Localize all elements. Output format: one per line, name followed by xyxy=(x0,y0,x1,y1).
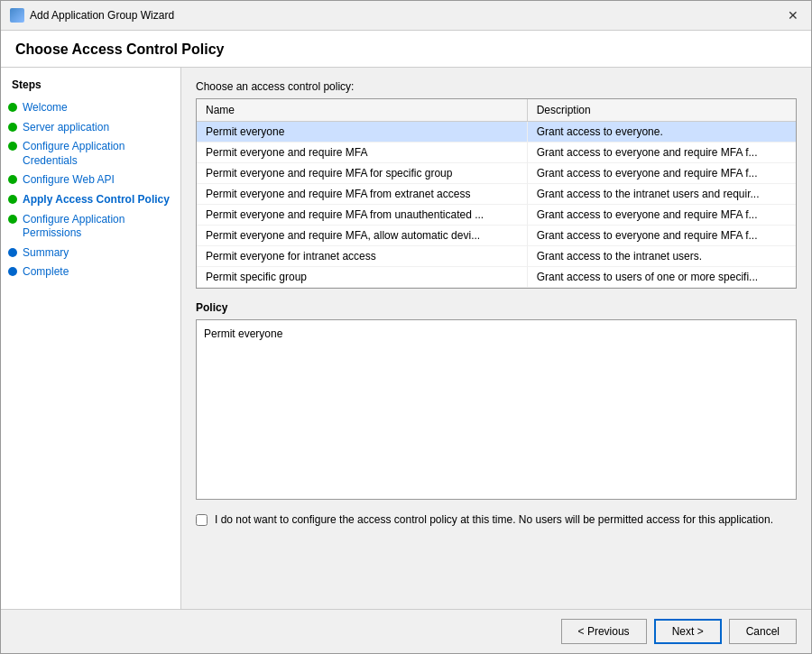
sidebar-item-label-complete: Complete xyxy=(23,265,69,280)
policy-description-cell: Grant access to the intranet users. xyxy=(527,246,796,267)
policy-section-label: Policy xyxy=(196,301,797,314)
sidebar-item-apply-access-control[interactable]: Apply Access Control Policy xyxy=(1,190,180,210)
policy-description-cell: Grant access to everyone and require MFA… xyxy=(527,143,796,163)
table-header-row: Name Description xyxy=(197,99,796,122)
title-bar-left: Add Application Group Wizard xyxy=(10,8,174,23)
policy-name-cell: Permit everyone and require MFA, allow a… xyxy=(197,226,527,246)
cancel-button[interactable]: Cancel xyxy=(729,619,797,644)
policy-table: Name Description Permit everyoneGrant ac… xyxy=(197,99,796,288)
no-policy-checkbox[interactable] xyxy=(196,514,208,526)
sidebar-heading: Steps xyxy=(1,78,180,98)
table-row[interactable]: Permit everyone for intranet accessGrant… xyxy=(197,246,796,267)
sidebar-item-server-application[interactable]: Server application xyxy=(1,118,180,138)
policy-text-box: Permit everyone xyxy=(196,319,797,500)
sidebar-item-label-configure-app-credentials: Configure Application Credentials xyxy=(23,140,173,168)
policy-text: Permit everyone xyxy=(204,327,282,340)
policy-name-cell: Permit everyone xyxy=(197,122,527,143)
policy-description-cell: Grant access to everyone and require MFA… xyxy=(527,163,796,184)
sidebar-item-configure-app-credentials[interactable]: Configure Application Credentials xyxy=(1,137,180,170)
sidebar-item-label-apply-access-control: Apply Access Control Policy xyxy=(23,193,170,207)
footer: < Previous Next > Cancel xyxy=(1,609,811,653)
table-row[interactable]: Permit everyoneGrant access to everyone. xyxy=(197,122,796,143)
policy-description-cell: Grant access to the intranet users and r… xyxy=(527,184,796,205)
green-dot xyxy=(8,215,17,224)
policy-description-cell: Grant access to everyone. xyxy=(527,122,796,143)
policy-name-cell: Permit everyone and require MFA from una… xyxy=(197,205,527,226)
blue-dot xyxy=(8,248,17,257)
sidebar-item-label-welcome: Welcome xyxy=(23,101,68,115)
sidebar-item-summary[interactable]: Summary xyxy=(1,244,180,263)
next-button[interactable]: Next > xyxy=(654,619,722,644)
sidebar-item-label-configure-web-api: Configure Web API xyxy=(23,173,115,188)
dialog: Add Application Group Wizard ✕ Choose Ac… xyxy=(0,0,812,654)
close-button[interactable]: ✕ xyxy=(784,6,802,24)
col-description: Description xyxy=(527,99,796,122)
table-row[interactable]: Permit specific groupGrant access to use… xyxy=(197,267,796,288)
main-panel: Choose an access control policy: Name De… xyxy=(181,68,811,609)
green-dot xyxy=(8,195,17,204)
policy-name-cell: Permit everyone for intranet access xyxy=(197,246,527,267)
choose-policy-label: Choose an access control policy: xyxy=(196,80,797,93)
green-dot xyxy=(8,123,17,132)
content-area: Steps WelcomeServer applicationConfigure… xyxy=(1,68,811,609)
sidebar-item-welcome[interactable]: Welcome xyxy=(1,98,180,118)
sidebar-item-label-server-application: Server application xyxy=(23,121,109,135)
policy-table-container: Name Description Permit everyoneGrant ac… xyxy=(196,98,797,289)
table-row[interactable]: Permit everyone and require MFAGrant acc… xyxy=(197,143,796,163)
green-dot xyxy=(8,103,17,112)
green-dot xyxy=(8,142,17,151)
blue-dot xyxy=(8,267,17,276)
policy-description-cell: Grant access to everyone and require MFA… xyxy=(527,205,796,226)
sidebar-item-configure-web-api[interactable]: Configure Web API xyxy=(1,170,180,190)
title-bar: Add Application Group Wizard ✕ xyxy=(1,1,811,31)
policy-name-cell: Permit everyone and require MFA xyxy=(197,143,527,163)
policy-name-cell: Permit everyone and require MFA from ext… xyxy=(197,184,527,205)
page-title: Choose Access Control Policy xyxy=(1,31,811,68)
wizard-icon xyxy=(10,8,24,23)
green-dot xyxy=(8,175,17,184)
dialog-title: Add Application Group Wizard xyxy=(30,9,174,22)
sidebar-item-label-configure-permissions: Configure Application Permissions xyxy=(23,213,173,241)
policy-name-cell: Permit everyone and require MFA for spec… xyxy=(197,163,527,184)
sidebar-item-configure-permissions[interactable]: Configure Application Permissions xyxy=(1,210,180,244)
policy-description-cell: Grant access to users of one or more spe… xyxy=(527,267,796,288)
sidebar-item-complete[interactable]: Complete xyxy=(1,263,180,282)
col-name: Name xyxy=(197,99,527,122)
table-row[interactable]: Permit everyone and require MFA from ext… xyxy=(197,184,796,205)
sidebar: Steps WelcomeServer applicationConfigure… xyxy=(1,68,181,609)
table-row[interactable]: Permit everyone and require MFA, allow a… xyxy=(197,226,796,246)
previous-button[interactable]: < Previous xyxy=(561,619,647,644)
sidebar-item-label-summary: Summary xyxy=(23,246,69,261)
policy-name-cell: Permit specific group xyxy=(197,267,527,288)
table-row[interactable]: Permit everyone and require MFA from una… xyxy=(197,205,796,226)
policy-description-cell: Grant access to everyone and require MFA… xyxy=(527,226,796,246)
checkbox-row: I do not want to configure the access co… xyxy=(196,512,797,528)
table-row[interactable]: Permit everyone and require MFA for spec… xyxy=(197,163,796,184)
no-policy-label[interactable]: I do not want to configure the access co… xyxy=(215,512,773,528)
